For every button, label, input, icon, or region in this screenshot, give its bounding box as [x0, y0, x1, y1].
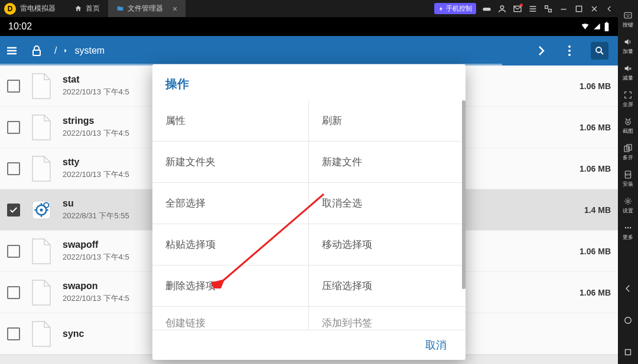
row-checkbox[interactable]: [7, 286, 20, 299]
collapse-sidebar-icon[interactable]: [605, 4, 614, 14]
dialog-item[interactable]: 压缩选择项: [309, 265, 466, 307]
minimize-icon[interactable]: [559, 4, 568, 14]
file-date: 2022/10/13 下午4:5: [63, 293, 129, 304]
dialog-item[interactable]: 取消全选: [309, 183, 466, 224]
home-icon: [623, 315, 633, 326]
user-icon[interactable]: [497, 4, 507, 14]
forward-icon[interactable]: [534, 44, 548, 58]
row-checkbox[interactable]: [7, 204, 20, 217]
search-button[interactable]: [591, 42, 608, 60]
file-name: sync: [63, 329, 84, 339]
svg-rect-2: [545, 5, 548, 8]
row-checkbox[interactable]: [7, 327, 20, 340]
svg-point-30: [627, 200, 629, 202]
dialog-item[interactable]: 刷新: [309, 100, 466, 142]
svg-text:APK: APK: [625, 173, 632, 176]
android-status-bar: 10:02: [0, 17, 618, 36]
emulator-name: 雷电模拟器: [20, 4, 56, 14]
mail-icon[interactable]: [513, 4, 522, 14]
file-date: 2022/8/31 下午5:55: [63, 211, 129, 221]
tab-filemanager-label: 文件管理器: [128, 4, 163, 14]
more-icon: [623, 223, 633, 232]
svg-rect-21: [624, 12, 632, 18]
file-icon: [28, 113, 54, 142]
install-icon: APK: [623, 170, 633, 179]
dialog-item[interactable]: 新建文件: [309, 142, 466, 183]
sidebar-multi[interactable]: 多开: [623, 143, 633, 162]
svg-point-8: [568, 45, 571, 48]
file-size: 1.06 MB: [580, 247, 611, 256]
file-date: 2022/10/13 下午4:5: [63, 169, 129, 180]
dialog-item[interactable]: 粘贴选择项: [152, 224, 308, 265]
shot-icon: [623, 117, 633, 126]
home-nav-button[interactable]: [618, 309, 638, 332]
file-name: stat: [63, 74, 129, 85]
file-date: 2022/10/13 下午4:5: [63, 87, 129, 97]
file-name: swapon: [63, 281, 129, 291]
signal-icon: [593, 22, 601, 31]
phone-control-button[interactable]: 手机控制: [434, 3, 476, 14]
back-nav-button[interactable]: [618, 277, 638, 300]
row-checkbox[interactable]: [7, 162, 20, 175]
emulator-title-bar: D 雷电模拟器 首页 文件管理器 × 手机控制: [0, 0, 618, 17]
sidebar-voldown[interactable]: 减量: [623, 64, 633, 82]
dialog-item[interactable]: 创建链接: [152, 307, 308, 330]
svg-rect-4: [576, 6, 581, 11]
menu-icon[interactable]: [528, 4, 538, 14]
expand-icon[interactable]: [543, 4, 553, 14]
sidebar-shot[interactable]: 截图: [623, 117, 633, 135]
svg-point-11: [596, 47, 601, 53]
file-name: su: [63, 198, 129, 209]
file-icon: [28, 319, 54, 349]
row-checkbox[interactable]: [7, 80, 20, 93]
file-icon: [28, 278, 54, 307]
svg-point-14: [40, 208, 43, 211]
dialog-item[interactable]: 移动选择项: [309, 224, 466, 265]
dialog-item[interactable]: 新建文件夹: [152, 142, 308, 183]
file-name: swapoff: [63, 240, 129, 250]
sidebar-volup[interactable]: 加量: [623, 37, 633, 55]
file-size: 1.4 MB: [584, 205, 611, 215]
file-name: strings: [63, 116, 129, 126]
dialog-item[interactable]: 属性: [152, 100, 308, 142]
tab-filemanager[interactable]: 文件管理器 ×: [108, 0, 185, 17]
file-size: 1.06 MB: [580, 81, 611, 91]
dialog-item[interactable]: 全部选择: [152, 183, 308, 224]
file-size: 1.06 MB: [580, 123, 611, 132]
row-checkbox[interactable]: [7, 121, 20, 134]
lock-icon[interactable]: [30, 44, 44, 58]
drawer-icon[interactable]: [5, 44, 19, 58]
file-size: 1.06 MB: [580, 164, 611, 173]
sidebar-more[interactable]: 更多: [623, 223, 633, 241]
gamepad-icon[interactable]: [482, 4, 491, 14]
svg-point-0: [500, 5, 503, 8]
tab-home[interactable]: 首页: [66, 0, 108, 17]
close-window-icon[interactable]: [590, 4, 599, 14]
recent-nav-button[interactable]: [618, 340, 638, 364]
dialog-scrollbar[interactable]: [462, 100, 466, 289]
confirm-selection-icon[interactable]: [9, 361, 25, 364]
svg-point-33: [630, 227, 631, 228]
file-manager-appbar: / system: [0, 36, 618, 65]
sidebar-fullscreen[interactable]: 全屏: [623, 90, 633, 109]
file-name: stty: [63, 157, 129, 168]
svg-rect-6: [606, 22, 608, 23]
wifi-icon: [580, 22, 590, 31]
overflow-icon[interactable]: [562, 44, 577, 58]
maximize-icon[interactable]: [574, 4, 584, 14]
tab-close-button[interactable]: ×: [172, 4, 177, 14]
sidebar-keys[interactable]: 按键: [623, 11, 633, 29]
svg-rect-5: [605, 22, 609, 31]
voldown-icon: [623, 64, 633, 73]
breadcrumb[interactable]: / system: [54, 45, 105, 56]
file-icon: [28, 154, 54, 183]
sidebar-settings[interactable]: 设置: [623, 196, 633, 215]
svg-point-34: [625, 317, 632, 324]
dialog-item[interactable]: 添加到书签: [309, 307, 466, 330]
sidebar-install[interactable]: APK安装: [623, 170, 633, 188]
row-checkbox[interactable]: [7, 245, 20, 258]
dialog-cancel-button[interactable]: 取消: [419, 335, 453, 356]
home-icon: [74, 5, 82, 12]
emulator-logo: D: [4, 3, 16, 15]
dialog-item[interactable]: 删除选择项: [152, 265, 308, 307]
